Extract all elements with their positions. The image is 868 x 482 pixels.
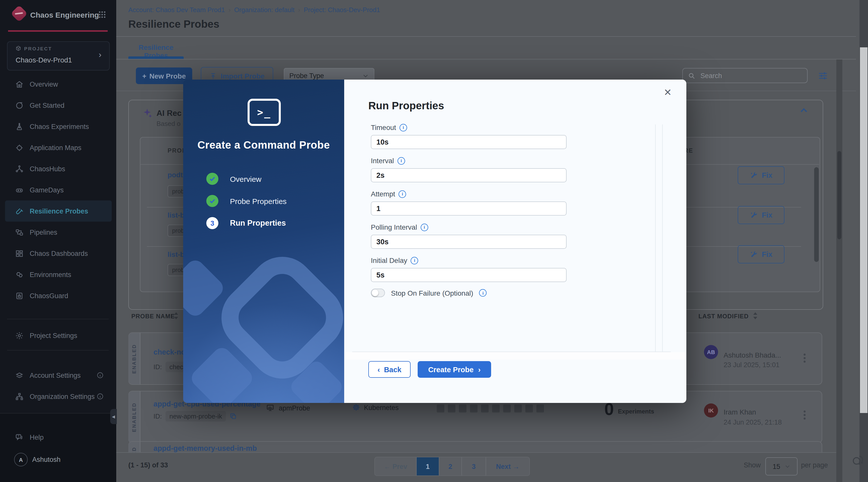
attempt-input[interactable] [371, 201, 566, 216]
info-icon[interactable] [97, 393, 104, 400]
org-chart-icon [15, 392, 24, 401]
search-input[interactable] [700, 71, 792, 80]
sidebar-collapse-button[interactable]: ◀ [110, 409, 117, 424]
wrench-sparkle-icon [750, 250, 758, 259]
sidebar-item-account-settings[interactable]: Account Settings [0, 365, 116, 386]
back-button[interactable]: ‹Back [368, 361, 411, 378]
project-selector[interactable]: PROJECT Chaos-Dev-Prod1 › [7, 41, 110, 70]
sidebar-item-chaosguard[interactable]: ChaosGuard [0, 285, 116, 306]
initial-delay-input[interactable] [371, 268, 566, 282]
field-attempt: Attempti [371, 190, 572, 216]
fix-button[interactable]: Fix [738, 245, 784, 263]
breadcrumb-account-link[interactable]: Account: Chaos Dev Team Prod1 [128, 6, 225, 13]
form-scroll-track-line [655, 124, 656, 351]
sidebar-item-label: Help [30, 433, 44, 441]
environments-icon [15, 270, 24, 279]
header-divider [116, 36, 856, 37]
info-icon[interactable]: i [421, 223, 428, 231]
info-icon[interactable]: i [398, 157, 405, 165]
sidebar-item-gamedays[interactable]: GameDays [0, 179, 116, 200]
create-probe-label: Create Probe [428, 365, 474, 373]
copy-icon[interactable] [230, 413, 237, 420]
filter-sliders-icon[interactable] [818, 70, 828, 81]
wizard-step-probe-properties[interactable]: Probe Properties [206, 195, 286, 207]
probe-name-link[interactable]: check-no [153, 348, 185, 356]
info-icon[interactable]: i [400, 124, 407, 131]
sort-icon[interactable] [174, 312, 179, 319]
next-page-button[interactable]: Next → [486, 457, 529, 476]
info-icon[interactable]: i [399, 190, 406, 198]
user-avatar[interactable]: A [14, 453, 28, 466]
help-chat-icon: ? [15, 433, 24, 442]
row-menu-kebab-icon[interactable] [804, 352, 806, 364]
sidebar-item-application-maps[interactable]: Application Maps [0, 137, 116, 158]
kubernetes-icon: ☸ [352, 403, 360, 412]
page-title: Resilience Probes [128, 18, 219, 30]
sidebar-item-pipelines[interactable]: Pipelines [0, 222, 116, 243]
create-probe-button[interactable]: Create Probe› [417, 361, 491, 378]
interval-input[interactable] [371, 168, 566, 182]
step-label: Overview [230, 174, 261, 183]
sidebar-item-organization-settings[interactable]: Organization Settings [0, 386, 116, 407]
sidebar-item-chaos-dashboards[interactable]: Chaos Dashboards [0, 243, 116, 264]
field-label: Initial Delay [371, 256, 407, 264]
project-name: Chaos-Dev-Prod1 [16, 56, 72, 64]
status-badge-enabled: ENABLED [128, 391, 141, 443]
breadcrumb-project-link[interactable]: Project: Chaos-Dev-Prod1 [304, 6, 380, 13]
user-name[interactable]: Ashutosh [32, 456, 61, 463]
project-cube-icon [15, 45, 22, 52]
fix-label: Fix [762, 171, 772, 179]
sidebar-item-chaoshubs[interactable]: ChaosHubs [0, 158, 116, 179]
content-scrollbar-thumb[interactable] [837, 151, 841, 239]
sidebar-item-overview[interactable]: Overview [0, 74, 116, 95]
ai-list-scrollbar-thumb[interactable] [814, 167, 819, 262]
chevron-down-icon [362, 72, 369, 79]
page-1-button[interactable]: 1 [416, 457, 439, 476]
timeout-input[interactable] [371, 135, 566, 149]
browser-scrollbar-thumb[interactable] [860, 47, 868, 413]
fix-button[interactable]: Fix [738, 166, 784, 185]
sidebar-item-environments[interactable]: Environments [0, 264, 116, 285]
content-scrollbar-track[interactable] [836, 59, 842, 482]
close-icon[interactable]: ✕ [664, 87, 672, 98]
column-header-last-modified[interactable]: LAST MODIFIED [699, 313, 749, 320]
wizard-step-run-properties[interactable]: 3 Run Properties [206, 217, 286, 229]
stop-on-failure-toggle[interactable] [371, 289, 385, 297]
page-size-dropdown[interactable]: 15 [765, 457, 798, 476]
prev-page-button[interactable]: ← Prev [375, 457, 416, 476]
info-icon[interactable] [97, 372, 104, 379]
sidebar-item-resilience-probes[interactable]: Resilience Probes [5, 200, 112, 222]
page-2-button[interactable]: 2 [439, 457, 462, 476]
probe-tube-icon [15, 207, 24, 215]
id-label: ID: [153, 363, 162, 371]
sidebar-item-project-settings[interactable]: Project Settings [0, 325, 116, 346]
polling-interval-input[interactable] [371, 235, 566, 249]
gamepad-icon [15, 186, 24, 194]
probe-id-value: new-apm-probe-ik [165, 411, 226, 422]
info-icon[interactable]: i [479, 289, 487, 296]
wizard-step-overview[interactable]: Overview [206, 173, 261, 185]
breadcrumb-org-link[interactable]: Organization: default [234, 6, 294, 13]
sidebar-item-label: Project Settings [30, 332, 77, 339]
row-menu-kebab-icon[interactable] [804, 409, 806, 421]
field-label: Timeout [371, 123, 396, 132]
step-complete-icon [206, 195, 218, 207]
per-page-label: per page [801, 461, 828, 469]
sidebar-item-help[interactable]: ? Help [0, 427, 116, 448]
sidebar-item-chaos-experiments[interactable]: Chaos Experiments [0, 116, 116, 137]
sort-icon[interactable] [753, 312, 758, 319]
info-icon[interactable]: i [411, 257, 418, 264]
active-tab-underline [128, 56, 184, 59]
help-chat-widget-icon[interactable] [851, 454, 865, 467]
wrench-sparkle-icon [750, 171, 758, 179]
column-header-probe-name[interactable]: PROBE NAME [131, 313, 175, 320]
probe-id-row: ID: new-apm-probe-ik [153, 411, 237, 422]
module-switcher-icon[interactable] [98, 10, 106, 19]
page-3-button[interactable]: 3 [462, 457, 486, 476]
pagination-range: (1 - 15) of 33 [128, 461, 168, 469]
probe-name-link[interactable]: appd-get-memory-used-in-mb [153, 444, 257, 452]
sidebar-item-label: Chaos Experiments [30, 123, 89, 130]
sidebar-item-get-started[interactable]: Get Started [0, 95, 116, 116]
fix-button[interactable]: Fix [738, 206, 784, 224]
chevron-up-icon[interactable] [799, 106, 809, 115]
